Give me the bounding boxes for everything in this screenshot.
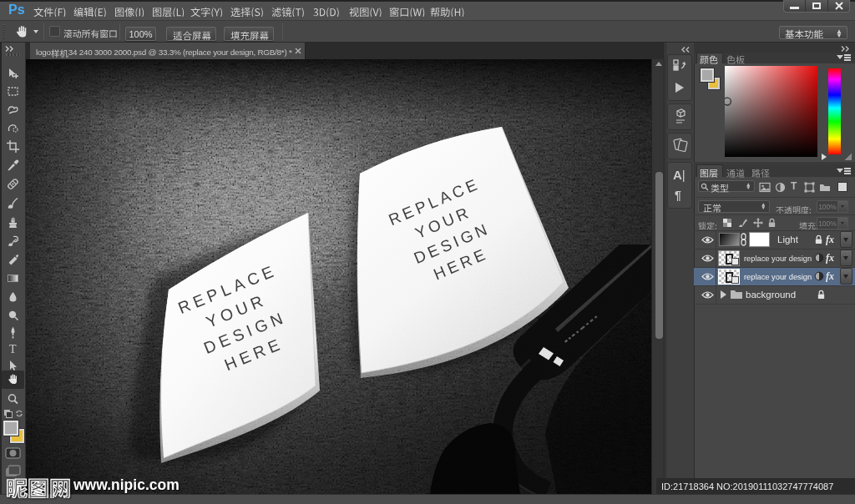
svg-text:T: T <box>9 343 17 355</box>
